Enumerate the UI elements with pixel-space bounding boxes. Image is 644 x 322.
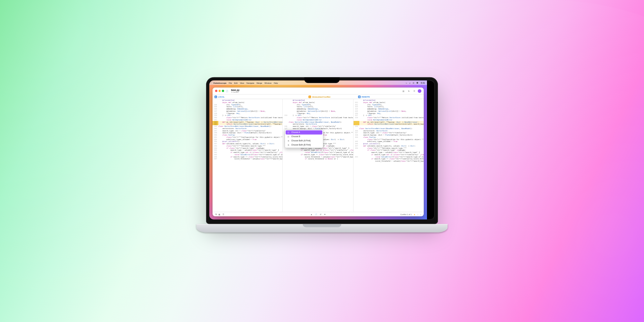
remote-pane[interactable]: @classmethod331 async def afrom_texts(33… [354,99,424,212]
menubar-app-name[interactable]: Kaleidoscope [213,81,226,84]
code-line[interactable]: if search_type not in (class="str">"simi… [283,149,353,151]
code-line[interactable]: def as_retriever(self, **kwargs: Any) ->… [354,121,424,123]
code-line[interactable]: 343 def as_retriever(self, **kwargs: Any… [213,121,282,123]
code-line[interactable]: 353 raise ValueError(fclass="str">"searc… [354,156,424,158]
code-line[interactable]: vectorstore: VectorStore [283,123,353,125]
menu-merge[interactable]: Merge [257,81,262,84]
filter-icon[interactable]: ⚗ [215,213,217,215]
menu-choose-b[interactable]: ◫ Choose B [286,135,322,139]
code-line[interactable]: 334 [354,125,424,128]
next-diff-icon[interactable]: ▼ [324,213,326,215]
code-line[interactable]: 333 texts: List[str], [354,106,424,108]
code-line[interactable]: async def afrom_texts( [213,101,282,103]
code-line[interactable]: 345class VectorStoreRetriever(BaseRetrie… [213,125,282,128]
code-line[interactable]: 339 ) -> VST: [213,114,282,117]
revert-icon[interactable]: ↺ [320,213,321,215]
code-line[interactable]: class VectorStoreRetriever(BaseRetriever… [354,127,424,129]
code-line[interactable]: 338 search_kwargs: dict = Field(default_… [354,134,424,136]
code-line[interactable]: 335 texts: List[str], [213,106,282,108]
code-line[interactable]: if (score_threshold is None) or ( [283,158,353,160]
code-line[interactable]: class="str">"""Return VectorStore initia… [283,117,353,119]
code-line[interactable]: raise NotImplementedError [283,118,353,121]
menu-help[interactable]: Help [274,81,278,84]
code-line[interactable]: 345 arbitrary_types_allowed = True [354,140,424,143]
sidebar-toggle-icon[interactable]: ◧ [219,213,221,215]
code-line[interactable]: 357 def validate_search_type(cls, values… [213,143,282,145]
zoom-button[interactable] [222,90,224,92]
file-icon[interactable]: 📄 [315,213,317,215]
code-line[interactable]: 359 class="str">"""Validate search type.… [213,145,282,147]
code-line[interactable]: 336 embedding: Embeddings, [213,108,282,110]
search-icon[interactable]: ⌕ [409,81,411,84]
code-line[interactable]: 340 class Config: [354,136,424,138]
code-line[interactable]: if search_type == class="str">"similarit… [283,153,353,156]
code-line[interactable]: 351 class="str">"""Configuration for thi… [213,136,282,138]
code-line[interactable]: if search_type not in (class="str">"simi… [354,153,424,156]
jump-down-icon[interactable]: ↓ [420,213,421,215]
menu-view[interactable]: View [240,81,244,84]
code-line[interactable]: 350 class Config: [213,134,282,136]
menu-edit[interactable]: Edit [234,81,238,84]
code-line[interactable]: 331 async def afrom_texts( [354,101,424,103]
code-line[interactable]: 338 **kwargs: Any, [213,112,282,114]
columns-view-icon[interactable]: ▥ [402,89,405,93]
wifi-icon[interactable]: ⏦ [406,81,407,84]
code-line[interactable]: async def afrom_texts( [283,101,353,103]
diff-view-icon[interactable]: ⇅ [407,89,411,93]
code-line[interactable]: cls: Type[VST], [283,103,353,106]
code-line[interactable]: if class="str">"search_type" in values: [354,149,424,151]
warning-icon[interactable]: ▲ [413,213,415,215]
code-line[interactable]: @classmethod [354,99,424,101]
code-line[interactable]: 347 search_type: str = class="str">"simi… [213,129,282,132]
code-line[interactable]: raise NotImplementedError [354,118,424,121]
code-line[interactable]: 354 arbitrary_types_allowed = True [213,138,282,140]
code-line[interactable]: raise ValueError(fclass="str">"search_ty… [283,151,353,154]
menu-window[interactable]: Window [264,81,271,84]
code-line[interactable]: if search_type == class="str">"similarit… [354,158,424,160]
menu-choose-both-a-first[interactable]: ⧉ Choose Both (A First) [286,139,322,143]
code-line[interactable]: 346 search_type: str = class="str">"simi… [283,125,353,128]
code-line[interactable]: embedding: Embeddings, [283,108,353,110]
list-view-icon[interactable]: ☰ [412,89,416,93]
code-line[interactable]: 361 search_type = values[class="str">"se… [213,149,282,151]
code-line[interactable]: 360 if class="str">"search_type" in valu… [213,147,282,149]
code-line[interactable]: score_threshold = values[class="str">"se… [354,160,424,162]
code-line[interactable]: 332 cls: Type[VST], [354,103,424,106]
jump-up-icon[interactable]: ↑ [417,213,418,215]
code-line[interactable]: 346 @root_validator() [354,143,424,145]
code-line[interactable]: 337 search_type: str = class="str">"simi… [354,132,424,134]
code-line[interactable]: 333 ) -> VST: [283,114,353,117]
menu-choose-both-b-first[interactable]: ⧉ Choose Both (B First) [286,143,322,147]
code-line[interactable]: 349 class="str">"""Validate search type.… [354,147,424,149]
local-pane[interactable]: @classmethod async def afrom_texts(334 c… [213,99,283,212]
code-line[interactable]: class="str">"""Configuration for this py… [354,138,424,140]
code-line[interactable]: 365 if search_type == class="str">"simil… [213,156,282,158]
titlebar[interactable]: 📄 base.py 1 Conflict ▥ ⇅ ☰ [213,88,424,95]
code-line[interactable]: 337 ) -> VST: [354,114,424,117]
code-line[interactable]: @classmethod [213,99,282,101]
conflict-count-badge[interactable] [418,89,421,92]
close-button[interactable] [215,90,217,92]
code-line[interactable]: score_threshold = values[class="str">"se… [283,156,353,158]
layout-icon[interactable]: ☰ [223,213,224,215]
code-line[interactable]: return VectorStoreRetriever(vectorstore=… [354,123,424,125]
code-line[interactable]: 335 metadatas: Optional[List[dict]] = No… [354,110,424,112]
code-line[interactable]: **kwargs: Any, [283,112,353,114]
code-line[interactable]: 347 def validate_search_type(cls, values… [354,145,424,147]
code-line[interactable]: 356 @root_validator() [213,140,282,143]
code-line[interactable]: 348 search_kwargs: dict = Field(default_… [213,132,282,134]
code-line[interactable]: class VectorStoreRetriever(BaseRetriever… [283,121,353,123]
code-line[interactable]: 338 class="str">"""Return VectorStore in… [354,117,424,119]
code-line[interactable]: 337 metadatas: Optional[List[dict]] = No… [213,110,282,112]
code-line[interactable]: 334 embedding: Embeddings, [354,108,424,110]
code-line[interactable]: 362 if search_type not in (class="str">"… [213,151,282,154]
code-line[interactable]: search_type = values[class="str">"search… [354,151,424,154]
code-line[interactable]: 340 class="str">"""Return VectorStore in… [213,117,282,119]
code-line[interactable]: 336 vectorstore: VectorStore [354,129,424,132]
code-line[interactable]: 367 score_threshold = values[class="str"… [213,158,282,160]
prev-diff-icon[interactable]: ▲ [310,213,312,215]
minimize-button[interactable] [219,90,221,92]
control-center-icon[interactable]: ⎚ [413,81,414,84]
code-line[interactable]: metadatas: Optional[List[dict]] = None, [283,110,353,112]
menubar-clock[interactable]: 9:41 [421,81,425,84]
